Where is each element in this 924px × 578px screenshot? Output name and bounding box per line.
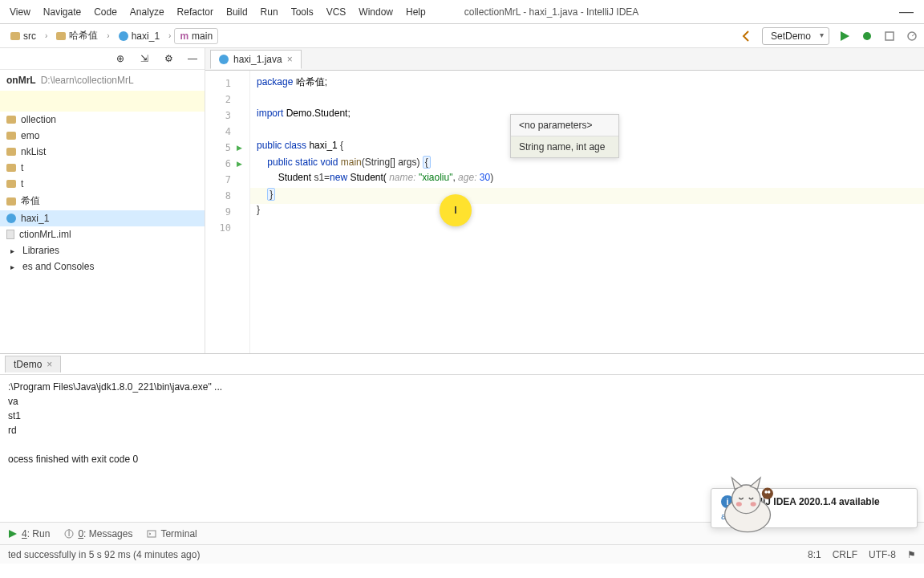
project-tree[interactable]: ollection emo nkList t t 希值 haxi_1 ction… [0,112,205,275]
menu-view[interactable]: View [3,3,37,21]
chevron-right-icon: › [168,31,171,40]
messages-toolwindow-button[interactable]: i 0: Messages [64,528,132,539]
svg-point-12 [736,502,742,506]
tree-item-haxi1[interactable]: haxi_1 [0,210,205,226]
console-line [8,439,916,454]
menu-navigate[interactable]: Navigate [37,3,87,21]
tree-item[interactable]: t [0,176,205,192]
cursor-highlight-bubble: I [440,194,472,226]
editor-area[interactable]: 1 2 3 4 5▶ 6▶ 7 8 9 10 package 哈希值; impo… [205,71,924,353]
tree-item[interactable]: ▸es and Consoles [0,258,205,275]
menu-help[interactable]: Help [399,3,432,21]
svg-point-1 [863,32,871,40]
editor-tab-haxi1[interactable]: haxi_1.java × [210,50,302,69]
editor-tab-label: haxi_1.java [233,54,282,65]
menu-refactor[interactable]: Refactor [171,3,220,21]
tree-item-label: nkList [21,146,46,157]
svg-point-16 [768,490,771,494]
hide-icon[interactable]: — [185,51,200,66]
param-row[interactable]: <no parameters> [511,115,618,136]
code-area[interactable]: package 哈希值; import Demo.Student; public… [250,71,924,353]
status-inspection-icon[interactable]: ⚑ [907,549,916,560]
method-icon: m [180,31,188,42]
run-tab-label: tDemo [14,359,42,370]
tree-item-label: Libraries [22,245,59,256]
menu-code[interactable]: Code [87,3,124,21]
collapse-icon[interactable]: ⇲ [137,51,152,66]
menu-vcs[interactable]: VCS [320,3,353,21]
class-icon [219,55,229,64]
tree-item-label: t [21,162,23,173]
svg-rect-2 [886,32,894,40]
locate-icon[interactable]: ⊕ [113,51,128,66]
cat-mascot-icon [711,472,784,536]
run-toolwindow-button[interactable]: 4: Run [8,528,50,539]
run-config-select[interactable]: SetDemo [762,27,829,45]
file-icon [6,230,14,239]
project-tool-window: ⊕ ⇲ ⚙ — onMrL D:\learn\collectionMrL oll… [0,48,205,353]
close-icon[interactable]: × [47,359,52,370]
project-root[interactable]: onMrL D:\learn\collectionMrL [0,70,205,91]
crumb-method[interactable]: m main [174,28,218,44]
svg-text:i: i [68,529,71,539]
crumb-package[interactable]: 哈希值 [51,26,103,45]
run-gutter-icon[interactable]: ▶ [231,144,247,152]
tree-item[interactable]: 希值 [0,192,205,210]
tree-item[interactable]: ollection [0,112,205,128]
crumb-label: 哈希值 [69,29,98,43]
tree-item[interactable]: emo [0,128,205,144]
navigation-bar: src › 哈希值 › haxi_1 › m main SetDemo [0,24,924,48]
status-encoding[interactable]: UTF-8 [869,549,896,560]
chevron-right-icon: › [45,31,47,40]
console-line: st1 [8,410,916,425]
run-tab[interactable]: tDemo× [5,356,61,372]
editor-gutter[interactable]: 1 2 3 4 5▶ 6▶ 7 8 9 10 [205,71,250,353]
menu-window[interactable]: Window [352,3,399,21]
tree-item-label: ollection [21,114,56,125]
cursor-caret-icon: I [454,205,456,216]
tree-item-label: ctionMrL.iml [19,229,71,240]
menu-run[interactable]: Run [254,3,285,21]
tree-item-label: haxi_1 [21,213,49,224]
menu-analyze[interactable]: Analyze [124,3,171,21]
tree-highlight-row [0,91,205,112]
tree-item[interactable]: ctionMrL.iml [0,226,205,242]
status-line-sep[interactable]: CRLF [833,549,857,560]
main-menu: View Navigate Code Analyze Refactor Buil… [3,3,432,21]
terminal-toolwindow-button[interactable]: Terminal [147,528,197,539]
svg-point-13 [751,502,756,506]
status-caret-pos[interactable]: 8:1 [808,549,821,560]
status-bar: ted successfully in 5 s 92 ms (4 minutes… [0,544,924,564]
run-gutter-icon[interactable]: ▶ [231,160,247,168]
crumb-src[interactable]: src [5,28,42,44]
tree-item[interactable]: t [0,160,205,176]
editor-column: haxi_1.java × 1 2 3 4 5▶ 6▶ 7 8 9 10 pac… [205,48,924,353]
crumb-class[interactable]: haxi_1 [113,28,165,44]
parameter-info-popup[interactable]: <no parameters> String name, int age [510,114,619,158]
scratches-icon: ▸ [6,261,18,272]
folder-icon [6,197,16,206]
library-icon: ▸ [6,245,18,256]
svg-marker-11 [751,478,760,489]
folder-icon [6,116,16,124]
tree-item[interactable]: nkList [0,144,205,160]
profiler-icon[interactable] [905,29,919,43]
debug-icon[interactable] [860,29,874,43]
gear-icon[interactable]: ⚙ [161,51,176,66]
menu-build[interactable]: Build [220,3,254,21]
svg-point-15 [764,490,768,494]
run-icon[interactable] [837,29,852,43]
svg-marker-4 [9,530,17,538]
tree-item[interactable]: ▸Libraries [0,242,205,258]
close-tab-icon[interactable]: × [287,54,293,65]
back-nav-icon[interactable] [740,29,754,43]
editor-tabs: haxi_1.java × [205,48,924,71]
window-minimize-button[interactable]: — [889,3,924,20]
param-row[interactable]: String name, int age [511,136,618,157]
menu-tools[interactable]: Tools [285,3,320,21]
tree-item-label: emo [21,130,39,141]
console-line: va [8,396,916,410]
console-line: rd [8,425,916,439]
coverage-icon[interactable] [882,29,897,43]
chevron-right-icon: › [107,31,109,40]
